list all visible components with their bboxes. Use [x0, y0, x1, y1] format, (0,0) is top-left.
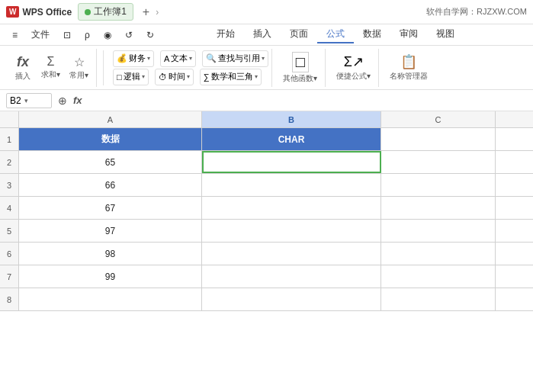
math-dropdown[interactable]: ∑ 数学和三角 ▾: [200, 69, 262, 85]
tab-formula[interactable]: 公式: [317, 26, 354, 43]
toolbar-divider-1: [103, 50, 104, 85]
convenience-formula-group: Σ↗ 便捷公式▾: [329, 49, 379, 87]
cell-b1[interactable]: CHAR: [202, 128, 381, 150]
wps-label: WPS Office: [22, 7, 72, 18]
finance-dropdown[interactable]: 💰 财务 ▾: [113, 50, 154, 67]
menu-print[interactable]: ρ: [79, 28, 96, 42]
time-icon: ⏱: [159, 72, 167, 82]
col-header-c[interactable]: C: [381, 111, 496, 127]
name-manager-button[interactable]: 📋 名称管理器: [387, 52, 431, 83]
formula-fx-label: fx: [73, 95, 82, 106]
menu-redo[interactable]: ↻: [140, 28, 160, 42]
formula-search-icon[interactable]: ⊕: [58, 95, 67, 107]
menu-file[interactable]: 文件: [25, 27, 56, 43]
formula-toolbar: fx 插入 Σ 求和▾ ☆ 常用▾ 💰 财务 ▾: [0, 46, 533, 90]
cell-c7[interactable]: [381, 265, 496, 288]
insert-function-button[interactable]: fx 插入: [11, 53, 35, 83]
cell-c5[interactable]: [381, 220, 496, 242]
cell-b4[interactable]: [202, 197, 381, 219]
logic-label: 逻辑: [124, 71, 140, 82]
table-row: 1 数据 CHAR: [0, 128, 533, 151]
cell-b3[interactable]: [202, 174, 381, 196]
corner-cell: [0, 111, 19, 127]
common-button[interactable]: ☆ 常用▾: [66, 53, 92, 82]
logic-icon: □: [117, 72, 122, 82]
hamburger-menu[interactable]: ≡: [6, 28, 24, 42]
text-dropdown[interactable]: A 文本 ▾: [160, 50, 196, 67]
cell-b6[interactable]: [202, 243, 381, 265]
tab-name: 工作簿1: [94, 5, 127, 18]
cell-b5[interactable]: [202, 220, 381, 242]
lookup-icon: 🔍: [206, 53, 217, 63]
formula-categories-group: 💰 财务 ▾ A 文本 ▾ 🔍 查找与引用 ▾ □ 逻辑: [110, 49, 272, 87]
col-header-a[interactable]: A: [19, 111, 202, 127]
finance-caret: ▾: [147, 55, 150, 62]
finance-icon: 💰: [117, 53, 127, 63]
cell-a4[interactable]: 67: [19, 197, 202, 219]
menu-preview[interactable]: ◉: [98, 28, 117, 42]
cell-ref-value: B2: [10, 95, 21, 106]
math-icon: ∑: [204, 72, 210, 82]
other-functions-group: □ 其他函数▾: [275, 49, 326, 87]
app-window: W WPS Office 工作簿1 + › 软件自学网：RJZXW.COM ≡ …: [0, 0, 533, 392]
convenience-label: 便捷公式▾: [336, 71, 371, 82]
cell-b2[interactable]: [202, 151, 381, 173]
cell-c3[interactable]: [381, 174, 496, 196]
row-number: 3: [0, 174, 19, 196]
convenience-formula-button[interactable]: Σ↗ 便捷公式▾: [333, 52, 374, 83]
tab-review[interactable]: 审阅: [390, 26, 427, 43]
document-tab[interactable]: 工作簿1: [78, 3, 133, 21]
lookup-dropdown[interactable]: 🔍 查找与引用 ▾: [202, 50, 268, 67]
time-dropdown[interactable]: ⏱ 时间 ▾: [155, 69, 194, 85]
cell-a8[interactable]: [19, 288, 202, 310]
table-row: 5 97: [0, 220, 533, 243]
table-row: 8: [0, 288, 533, 311]
menu-bar: ≡ 文件 ⊡ ρ ◉ ↺ ↻ 开始 插入 页面 公式 数据 审阅 视图: [0, 24, 533, 46]
cell-c2[interactable]: [381, 151, 496, 173]
sum-icon: Σ: [47, 55, 55, 69]
column-headers: A B C: [0, 111, 533, 128]
cell-c1[interactable]: [381, 128, 496, 150]
cell-c4[interactable]: [381, 197, 496, 219]
sum-button[interactable]: Σ 求和▾: [38, 53, 63, 82]
cell-a5[interactable]: 97: [19, 220, 202, 242]
cell-a2[interactable]: 65: [19, 151, 202, 173]
logic-dropdown[interactable]: □ 逻辑 ▾: [113, 69, 149, 85]
time-label: 时间: [169, 71, 185, 82]
table-row: 3 66: [0, 174, 533, 197]
cell-a3[interactable]: 66: [19, 174, 202, 196]
lookup-caret: ▾: [262, 55, 265, 62]
cell-ref-arrow[interactable]: ▾: [24, 97, 28, 104]
insert-func-row: fx 插入 Σ 求和▾ ☆ 常用▾: [11, 53, 92, 83]
menu-undo[interactable]: ↺: [119, 28, 139, 42]
cell-a1[interactable]: 数据: [19, 128, 202, 150]
tab-page[interactable]: 页面: [281, 26, 317, 43]
other-functions-button[interactable]: □ 其他函数▾: [280, 50, 320, 85]
col-header-b[interactable]: B: [202, 111, 381, 127]
tab-data[interactable]: 数据: [354, 26, 390, 43]
cell-a6[interactable]: 98: [19, 243, 202, 265]
math-label: 数学和三角: [211, 71, 253, 82]
cell-reference-box[interactable]: B2 ▾: [6, 93, 52, 108]
tab-home[interactable]: 开始: [207, 26, 244, 43]
cell-c6[interactable]: [381, 243, 496, 265]
tab-arrow[interactable]: ›: [156, 7, 159, 18]
table-row: 4 67: [0, 197, 533, 220]
cell-a7[interactable]: 99: [19, 265, 202, 288]
cell-b7[interactable]: [202, 265, 381, 288]
row-number: 7: [0, 265, 19, 288]
table-row: 2 65: [0, 151, 533, 174]
text-caret: ▾: [189, 55, 192, 62]
tab-insert[interactable]: 插入: [244, 26, 281, 43]
table-row: 7 99: [0, 265, 533, 288]
new-tab-button[interactable]: +: [143, 5, 149, 19]
cell-c8[interactable]: [381, 288, 496, 310]
spreadsheet-area: A B C 1 数据 CHAR 2 65 3 66 4 67: [0, 111, 533, 392]
common-label: 常用▾: [69, 70, 88, 81]
tab-view[interactable]: 视图: [427, 26, 464, 43]
other-label: 其他函数▾: [283, 73, 317, 84]
fx-icon: fx: [17, 54, 29, 70]
formula-input[interactable]: [88, 95, 527, 106]
menu-save[interactable]: ⊡: [57, 28, 77, 42]
cell-b8[interactable]: [202, 288, 381, 310]
